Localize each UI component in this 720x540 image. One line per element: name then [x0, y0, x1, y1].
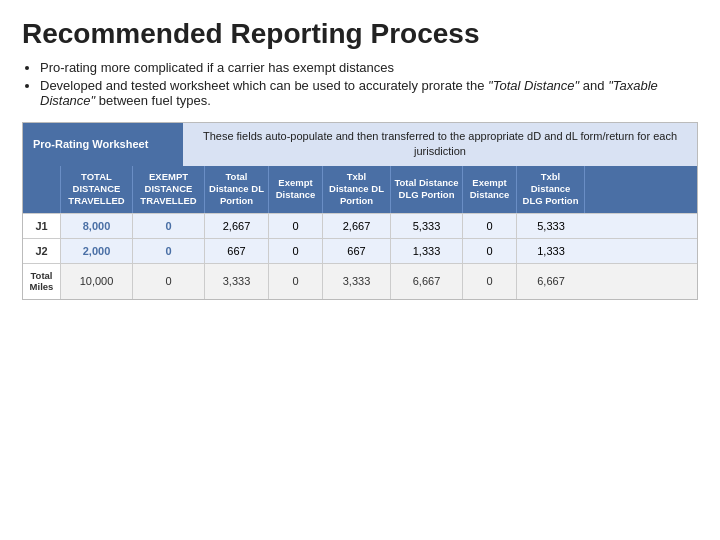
col-header-total-dl: Total Distance DL Portion — [205, 166, 269, 213]
cell-j1-txbl-dlg: 5,333 — [517, 214, 585, 238]
table-row-total: TotalMiles 10,000 0 3,333 0 3,333 6,667 … — [23, 263, 697, 299]
cell-j1-txbl-dl: 2,667 — [323, 214, 391, 238]
cell-j1-total-dlg: 5,333 — [391, 214, 463, 238]
worksheet-header-right: These fields auto-populate and then tran… — [183, 123, 697, 166]
column-headers: TOTAL DISTANCE TRAVELLED EXEMPT DISTANCE… — [23, 166, 697, 213]
col-header-txbl-dl: Txbl Distance DL Portion — [323, 166, 391, 213]
cell-j2-total-dist: 2,000 — [61, 239, 133, 263]
row-label-j1: J1 — [23, 214, 61, 238]
col-header-exempt2: Exempt Distance — [463, 166, 517, 213]
page-title: Recommended Reporting Process — [22, 18, 698, 50]
cell-j2-txbl-dl: 667 — [323, 239, 391, 263]
table-row: J2 2,000 0 667 0 667 1,333 0 1,333 — [23, 238, 697, 263]
cell-total-dist: 10,000 — [61, 264, 133, 299]
bullet-list: Pro-rating more complicated if a carrier… — [40, 60, 698, 108]
col-empty — [23, 166, 61, 213]
cell-j2-exempt-dist: 0 — [133, 239, 205, 263]
row-label-total: TotalMiles — [23, 264, 61, 299]
bullet-item-2: Developed and tested worksheet which can… — [40, 78, 698, 108]
cell-j1-exempt2: 0 — [463, 214, 517, 238]
worksheet-header-left: Pro-Rating Worksheet — [23, 123, 183, 166]
cell-j2-exempt: 0 — [269, 239, 323, 263]
cell-total-dl: 3,333 — [205, 264, 269, 299]
cell-j1-exempt: 0 — [269, 214, 323, 238]
cell-j1-exempt-dist: 0 — [133, 214, 205, 238]
bullet-item-1: Pro-rating more complicated if a carrier… — [40, 60, 698, 75]
col-header-exempt-distance: EXEMPT DISTANCE TRAVELLED — [133, 166, 205, 213]
cell-total-txbl-dl: 3,333 — [323, 264, 391, 299]
col-header-total-distance: TOTAL DISTANCE TRAVELLED — [61, 166, 133, 213]
row-label-j2: J2 — [23, 239, 61, 263]
cell-j2-exempt2: 0 — [463, 239, 517, 263]
cell-total-exempt: 0 — [269, 264, 323, 299]
cell-j2-total-dl: 667 — [205, 239, 269, 263]
worksheet-header: Pro-Rating Worksheet These fields auto-p… — [23, 123, 697, 166]
cell-j2-total-dlg: 1,333 — [391, 239, 463, 263]
cell-total-txbl-dlg: 6,667 — [517, 264, 585, 299]
cell-total-exempt2: 0 — [463, 264, 517, 299]
col-header-exempt: Exempt Distance — [269, 166, 323, 213]
cell-j1-total-dl: 2,667 — [205, 214, 269, 238]
cell-j1-total-dist: 8,000 — [61, 214, 133, 238]
worksheet-table: Pro-Rating Worksheet These fields auto-p… — [22, 122, 698, 300]
cell-j2-txbl-dlg: 1,333 — [517, 239, 585, 263]
cell-total-exempt-dist: 0 — [133, 264, 205, 299]
col-header-txbl-dlg: Txbl Distance DLG Portion — [517, 166, 585, 213]
col-header-total-dlg: Total Distance DLG Portion — [391, 166, 463, 213]
cell-total-dlg: 6,667 — [391, 264, 463, 299]
table-row: J1 8,000 0 2,667 0 2,667 5,333 0 5,333 — [23, 213, 697, 238]
